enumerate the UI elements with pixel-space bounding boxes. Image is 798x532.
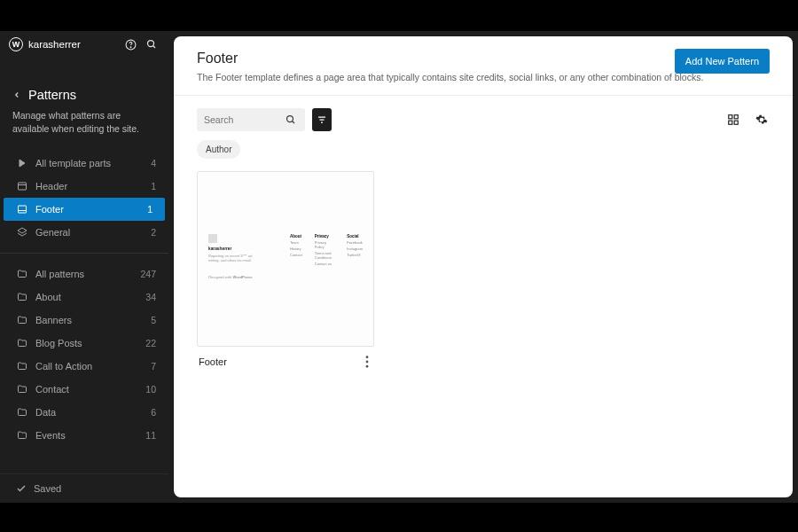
pattern-card: karasherrer Reporting on recent S*** art… bbox=[197, 171, 374, 377]
nav-label: About bbox=[35, 292, 145, 302]
svg-line-3 bbox=[153, 46, 156, 49]
folder-icon bbox=[16, 291, 28, 303]
nav-count: 6 bbox=[151, 407, 156, 418]
saved-status: Saved bbox=[0, 473, 168, 503]
preview-tagline: Reporting on recent S*** art, writing, a… bbox=[208, 254, 265, 262]
nav-label: All patterns bbox=[35, 269, 140, 279]
search-input[interactable] bbox=[204, 114, 286, 125]
back-icon[interactable] bbox=[12, 90, 21, 99]
pattern-card-title: Footer bbox=[199, 356, 227, 367]
nav-count: 7 bbox=[151, 361, 156, 372]
folder-icon bbox=[16, 383, 28, 395]
grid-view-icon[interactable] bbox=[725, 112, 741, 128]
nav-item-events[interactable]: Events 11 bbox=[0, 424, 168, 447]
layers-icon bbox=[16, 226, 28, 239]
check-icon bbox=[16, 483, 27, 494]
pattern-grid: karasherrer Reporting on recent S*** art… bbox=[174, 166, 793, 382]
search-icon bbox=[286, 114, 296, 125]
template-parts-group: All template parts 4 Header 1 Footer 1 G… bbox=[0, 148, 168, 247]
nav-label: Data bbox=[35, 407, 151, 418]
svg-point-9 bbox=[287, 116, 293, 122]
svg-point-1 bbox=[130, 46, 131, 47]
main-header: Footer The Footer template defines a pag… bbox=[174, 36, 793, 96]
nav-item-all-template-parts[interactable]: All template parts 4 bbox=[0, 152, 168, 175]
footer-icon bbox=[16, 203, 28, 215]
nav-item-data[interactable]: Data 6 bbox=[0, 401, 168, 424]
svg-rect-17 bbox=[734, 121, 738, 124]
nav-label: General bbox=[35, 227, 151, 238]
nav-label: Header bbox=[35, 181, 151, 192]
settings-icon[interactable] bbox=[754, 112, 770, 128]
toolbar bbox=[174, 96, 793, 140]
nav-count: 22 bbox=[145, 338, 156, 348]
folder-icon bbox=[16, 337, 28, 349]
pattern-categories-group: All patterns 247 About 34 Banners 5 Blog… bbox=[0, 259, 168, 450]
sidebar: W karasherrer Patterns Manage what patte… bbox=[0, 31, 168, 503]
nav-item-contact[interactable]: Contact 10 bbox=[0, 378, 168, 401]
svg-rect-4 bbox=[19, 183, 27, 190]
nav-count: 1 bbox=[147, 204, 153, 215]
nav-item-header[interactable]: Header 1 bbox=[0, 175, 168, 198]
folder-icon bbox=[16, 429, 28, 442]
nav-count: 34 bbox=[145, 292, 156, 302]
chip-author[interactable]: Author bbox=[197, 140, 240, 159]
main-panel: Footer The Footer template defines a pag… bbox=[174, 36, 793, 497]
nav-count: 1 bbox=[151, 181, 156, 192]
nav-item-general[interactable]: General 2 bbox=[0, 221, 168, 244]
nav-item-about[interactable]: About 34 bbox=[0, 286, 168, 309]
svg-point-20 bbox=[366, 365, 369, 368]
nav-count: 10 bbox=[145, 384, 156, 395]
nav-label: Events bbox=[35, 430, 145, 441]
nav-count: 5 bbox=[151, 315, 156, 325]
add-new-pattern-button[interactable]: Add New Pattern bbox=[675, 49, 770, 74]
nav-item-footer[interactable]: Footer 1 bbox=[4, 198, 165, 221]
nav-item-all-patterns[interactable]: All patterns 247 bbox=[0, 262, 168, 286]
svg-line-10 bbox=[293, 121, 295, 124]
help-icon[interactable] bbox=[122, 36, 138, 52]
svg-rect-14 bbox=[729, 115, 732, 119]
search-box[interactable] bbox=[197, 108, 305, 131]
folder-icon bbox=[16, 268, 28, 280]
svg-marker-8 bbox=[18, 228, 27, 233]
folder-icon bbox=[16, 360, 28, 372]
wordpress-logo-icon[interactable]: W bbox=[9, 37, 23, 51]
sidebar-description: Manage what patterns are available when … bbox=[0, 109, 168, 148]
header-icon bbox=[16, 180, 28, 192]
svg-point-2 bbox=[148, 41, 154, 47]
nav-item-banners[interactable]: Banners 5 bbox=[0, 309, 168, 332]
more-options-icon[interactable] bbox=[362, 356, 372, 368]
filter-chips: Author bbox=[174, 140, 793, 166]
folder-icon bbox=[16, 314, 28, 326]
nav-count: 247 bbox=[140, 269, 156, 279]
folder-icon bbox=[16, 406, 28, 419]
saved-label: Saved bbox=[34, 483, 61, 494]
nav-count: 11 bbox=[145, 430, 156, 441]
nav-label: Contact bbox=[35, 384, 145, 395]
svg-rect-15 bbox=[734, 115, 738, 119]
svg-point-18 bbox=[366, 356, 369, 358]
preview-site-title: karasherrer bbox=[208, 246, 231, 251]
nav-label: Footer bbox=[35, 204, 147, 215]
nav-label: All template parts bbox=[35, 158, 151, 168]
topbar: W karasherrer bbox=[0, 31, 168, 58]
preview-credit: Designed with WordPress bbox=[208, 275, 253, 279]
preview-columns: AboutTeamHistoryContact PrivacyPrivacy P… bbox=[290, 234, 363, 266]
nav-label: Banners bbox=[35, 315, 151, 325]
pattern-card-footer: Footer bbox=[197, 347, 374, 377]
pattern-preview[interactable]: karasherrer Reporting on recent S*** art… bbox=[197, 171, 374, 347]
preview-logo-placeholder bbox=[208, 234, 217, 243]
nav-label: Call to Action bbox=[35, 361, 151, 372]
filter-button[interactable] bbox=[312, 108, 332, 131]
nav-count: 4 bbox=[151, 158, 156, 168]
nav-label: Blog Posts bbox=[35, 338, 145, 348]
nav-count: 2 bbox=[151, 227, 156, 238]
nav-item-call-to-action[interactable]: Call to Action 7 bbox=[0, 355, 168, 378]
sidebar-title: Patterns bbox=[28, 88, 76, 102]
svg-point-19 bbox=[366, 361, 369, 364]
site-name: karasherrer bbox=[28, 39, 117, 50]
search-icon[interactable] bbox=[144, 36, 160, 52]
nav-item-blog-posts[interactable]: Blog Posts 22 bbox=[0, 332, 168, 355]
svg-rect-6 bbox=[19, 206, 27, 213]
svg-rect-16 bbox=[729, 121, 732, 124]
grid-icon bbox=[16, 157, 28, 169]
